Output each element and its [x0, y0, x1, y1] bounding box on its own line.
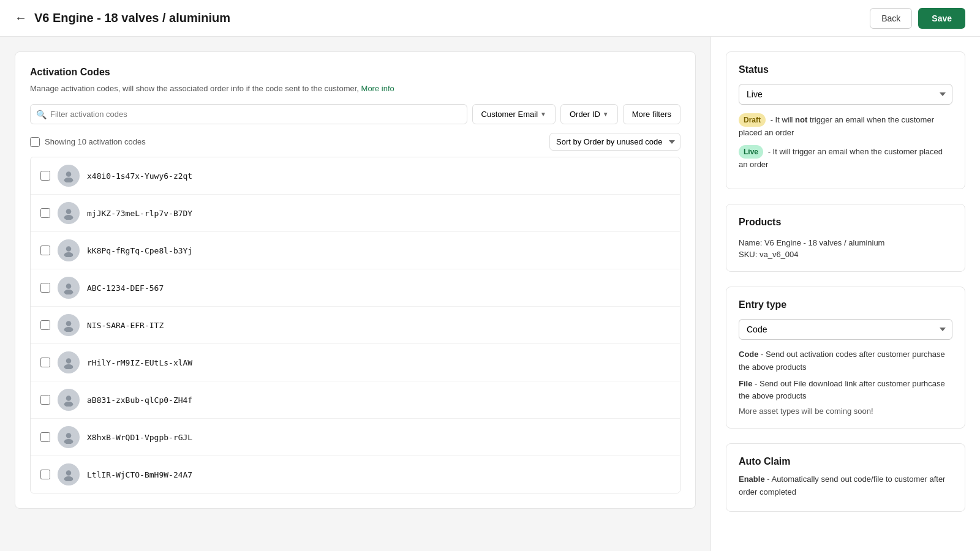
products-title: Products	[739, 217, 952, 228]
svg-point-12	[66, 395, 72, 401]
sort-select[interactable]: Sort by Order by unused code Sort by Ord…	[549, 133, 680, 151]
entry-type-section: Entry type Code File Code - Send out act…	[726, 287, 965, 429]
activation-code-text: aB831-zxBub-qlCp0-ZH4f	[87, 395, 192, 405]
more-info-link[interactable]: More info	[361, 84, 394, 93]
status-select[interactable]: Live Draft	[739, 84, 952, 105]
svg-point-10	[66, 358, 72, 364]
more-filters-button[interactable]: More filters	[623, 104, 680, 124]
avatar	[58, 463, 80, 485]
svg-point-1	[64, 178, 74, 182]
activation-code-text: LtlIR-WjCTO-BmH9W-24A7	[87, 470, 192, 479]
products-section: Products Name: V6 Engine - 18 valves / a…	[726, 204, 965, 272]
row-checkbox[interactable]	[40, 246, 50, 255]
svg-point-9	[64, 327, 74, 332]
chevron-down-icon: ▼	[540, 111, 546, 118]
row-checkbox[interactable]	[40, 470, 50, 479]
page-title: V6 Engine - 18 valves / aluminium	[34, 11, 870, 25]
activation-codes-desc: Manage activation codes, will show the a…	[30, 84, 680, 93]
svg-point-0	[66, 171, 72, 177]
draft-note: Draft - It will not trigger an email whe…	[739, 113, 952, 139]
activation-code-text: NIS-SARA-EFR-ITZ	[87, 321, 164, 330]
save-button[interactable]: Save	[918, 8, 965, 29]
status-title: Status	[739, 64, 952, 75]
entry-type-title: Entry type	[739, 299, 952, 310]
avatar	[58, 351, 80, 373]
customer-email-filter-button[interactable]: Customer Email ▼	[472, 104, 556, 124]
table-row: rHilY-rM9IZ-EUtLs-xlAW	[31, 344, 680, 381]
activation-code-text: mjJKZ-73meL-rlp7v-B7DY	[87, 209, 192, 218]
file-entry-note: File - Send out File download link after…	[739, 378, 952, 403]
activation-code-text: ABC-1234-DEF-567	[87, 283, 164, 293]
activation-code-list: x48i0-1s47x-Yuwy6-z2qt mjJKZ-73meL-rlp7v…	[30, 157, 680, 493]
activation-code-text: x48i0-1s47x-Yuwy6-z2qt	[87, 171, 192, 181]
table-row: kK8Pq-fRgTq-Cpe8l-b3Yj	[31, 232, 680, 269]
code-entry-note: Code - Send out activation codes after c…	[739, 348, 952, 374]
svg-point-16	[66, 470, 72, 476]
entry-type-select[interactable]: Code File	[739, 319, 952, 340]
table-row: LtlIR-WjCTO-BmH9W-24A7	[31, 456, 680, 493]
live-note: Live - It will trigger an email when the…	[739, 145, 952, 171]
svg-point-8	[66, 321, 72, 326]
auto-claim-section: Auto Claim Enable - Automatically send o…	[726, 443, 965, 512]
table-row: aB831-zxBub-qlCp0-ZH4f	[31, 381, 680, 419]
row-checkbox[interactable]	[40, 208, 50, 218]
row-checkbox[interactable]	[40, 171, 50, 181]
product-sku: SKU: va_v6_004	[739, 250, 952, 259]
row-checkbox[interactable]	[40, 283, 50, 293]
avatar	[58, 426, 80, 448]
filters-row: 🔍 Customer Email ▼ Order ID ▼ More filte…	[30, 104, 680, 124]
svg-point-11	[64, 364, 74, 369]
showing-count: Showing 10 activation codes	[45, 137, 146, 146]
row-checkbox[interactable]	[40, 432, 50, 442]
table-controls: Showing 10 activation codes Sort by Orde…	[30, 133, 680, 151]
avatar	[58, 239, 80, 261]
table-row: mjJKZ-73meL-rlp7v-B7DY	[31, 195, 680, 232]
svg-point-7	[64, 290, 74, 294]
search-wrapper: 🔍	[30, 104, 467, 124]
activation-code-text: rHilY-rM9IZ-EUtLs-xlAW	[87, 358, 192, 367]
svg-point-5	[64, 252, 74, 257]
avatar	[58, 314, 80, 336]
avatar	[58, 165, 80, 187]
search-icon: 🔍	[36, 110, 47, 119]
auto-claim-title: Auto Claim	[739, 456, 952, 467]
svg-point-2	[66, 209, 72, 214]
activation-code-text: X8hxB-WrQD1-Vpgpb-rGJL	[87, 433, 192, 442]
chevron-down-icon: ▼	[603, 111, 609, 118]
table-row: ABC-1234-DEF-567	[31, 269, 680, 307]
select-all-checkbox[interactable]	[30, 137, 40, 147]
row-checkbox[interactable]	[40, 358, 50, 367]
back-arrow-button[interactable]: ←	[15, 11, 27, 25]
svg-point-15	[64, 439, 74, 444]
activation-codes-title: Activation Codes	[30, 67, 680, 78]
search-input[interactable]	[30, 104, 467, 124]
table-row: x48i0-1s47x-Yuwy6-z2qt	[31, 157, 680, 195]
live-badge: Live	[739, 145, 763, 159]
coming-soon-note: More asset types will be coming soon!	[739, 407, 952, 416]
row-checkbox[interactable]	[40, 320, 50, 330]
activation-code-text: kK8Pq-fRgTq-Cpe8l-b3Yj	[87, 246, 192, 255]
row-checkbox[interactable]	[40, 395, 50, 405]
order-id-filter-button[interactable]: Order ID ▼	[560, 104, 618, 124]
back-button[interactable]: Back	[870, 8, 912, 29]
auto-claim-note: Enable - Automatically send out code/fil…	[739, 473, 952, 499]
svg-point-3	[64, 215, 74, 220]
svg-point-14	[66, 433, 72, 438]
table-row: X8hxB-WrQD1-Vpgpb-rGJL	[31, 419, 680, 456]
svg-point-4	[66, 246, 72, 252]
svg-point-17	[64, 476, 74, 481]
avatar	[58, 277, 80, 299]
avatar	[58, 202, 80, 224]
avatar	[58, 389, 80, 411]
product-name: Name: V6 Engine - 18 valves / aluminium	[739, 236, 952, 250]
svg-point-13	[64, 402, 74, 407]
draft-badge: Draft	[739, 113, 766, 127]
status-section: Status Live Draft Draft - It will not tr…	[726, 51, 965, 189]
svg-point-6	[66, 283, 72, 289]
table-row: NIS-SARA-EFR-ITZ	[31, 307, 680, 344]
